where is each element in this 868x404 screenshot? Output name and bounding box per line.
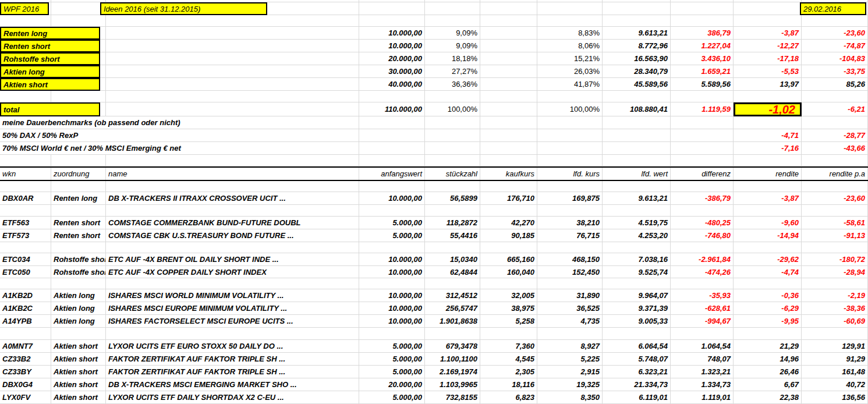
position-rendite-pa[interactable]: -180,72 — [802, 253, 868, 266]
position-differenz[interactable]: -628,61 — [671, 302, 734, 315]
position-zuordnung[interactable]: Renten long — [51, 192, 106, 205]
position-stueckzahl[interactable]: 15,0340 — [425, 253, 480, 266]
position-lfd-kurs[interactable]: 31,890 — [537, 289, 603, 302]
empty-cell[interactable] — [802, 181, 868, 192]
position-anfangswert[interactable]: 10.000,00 — [359, 253, 425, 266]
empty-cell[interactable] — [802, 116, 868, 129]
summary-rendite[interactable]: -5,53 — [734, 65, 802, 78]
empty-cell[interactable] — [671, 242, 734, 253]
empty-cell[interactable] — [425, 142, 480, 155]
summary-plan-pct[interactable]: 100,00% — [425, 102, 480, 116]
position-rendite[interactable]: -9,60 — [734, 217, 802, 229]
position-anfangswert[interactable]: 10.000,00 — [359, 192, 425, 205]
col-header-stueckzahl[interactable]: stückzahl — [425, 168, 480, 180]
empty-cell[interactable] — [603, 2, 671, 15]
empty-cell[interactable] — [106, 102, 359, 116]
position-rendite-pa[interactable]: 161,48 — [802, 366, 868, 378]
position-rendite[interactable]: 6,67 — [734, 378, 802, 391]
position-anfangswert[interactable]: 10.000,00 — [359, 302, 425, 315]
position-lfd-wert[interactable]: 6.064,54 — [603, 340, 671, 353]
position-name[interactable]: COMSTAGE COMMERZBANK BUND-FUTURE DOUBL — [106, 217, 359, 229]
position-kaufkurs[interactable]: 38,975 — [480, 302, 537, 315]
summary-actual-pct[interactable]: 41,87% — [537, 78, 603, 91]
position-wkn[interactable]: A14YPB — [0, 315, 51, 328]
summary-rendite[interactable]: -17,18 — [734, 52, 802, 65]
empty-cell[interactable] — [0, 278, 51, 289]
empty-cell[interactable] — [480, 242, 537, 253]
position-rendite[interactable]: -29,62 — [734, 253, 802, 266]
position-differenz[interactable]: 1.334,73 — [671, 378, 734, 391]
position-name[interactable]: ISHARES MSCI WORLD MINIMUM VOLATILITY ..… — [106, 289, 359, 302]
position-name[interactable]: ETC AUF -4X BRENT OIL DAILY SHORT INDE .… — [106, 253, 359, 266]
col-header-name[interactable]: name — [106, 168, 359, 180]
position-kaufkurs[interactable]: 4,545 — [480, 353, 537, 366]
empty-cell[interactable] — [425, 242, 480, 253]
summary-rendite[interactable]: 13,97 — [734, 78, 802, 91]
position-stueckzahl[interactable]: 1.901,8638 — [425, 315, 480, 328]
position-zuordnung[interactable]: Aktien long — [51, 289, 106, 302]
position-lfd-wert[interactable]: 9.371,39 — [603, 302, 671, 315]
position-wkn[interactable]: A1KB2C — [0, 302, 51, 315]
position-lfd-wert[interactable]: 4.253,20 — [603, 229, 671, 242]
summary-differenz[interactable]: 1.227,04 — [671, 40, 734, 52]
summary-rendite-pa[interactable]: -23,60 — [802, 27, 868, 40]
position-zuordnung[interactable]: Aktien short — [51, 353, 106, 366]
empty-cell[interactable] — [537, 155, 603, 166]
position-kaufkurs[interactable]: 7,360 — [480, 340, 537, 353]
position-name[interactable]: COMSTAGE CBK U.S.TREASURY BOND FUTURE ..… — [106, 229, 359, 242]
position-name[interactable]: DB X-TRACKERS MSCI EMERGING MARKET SHO .… — [106, 378, 359, 391]
position-lfd-wert[interactable]: 9.613,21 — [603, 192, 671, 205]
empty-cell[interactable] — [425, 278, 480, 289]
position-zuordnung[interactable]: Aktien short — [51, 391, 106, 404]
position-wkn[interactable]: ETC034 — [0, 253, 51, 266]
empty-cell[interactable] — [51, 155, 106, 166]
col-header-kaufkurs[interactable]: kaufkurs — [480, 168, 537, 180]
empty-cell[interactable] — [0, 181, 51, 192]
empty-cell[interactable] — [0, 15, 51, 27]
empty-cell[interactable] — [603, 278, 671, 289]
position-rendite[interactable]: 21,29 — [734, 340, 802, 353]
summary-row-label[interactable]: Rohstoffe short — [0, 52, 100, 65]
empty-cell[interactable] — [734, 181, 802, 192]
empty-cell[interactable] — [671, 205, 734, 217]
empty-cell[interactable] — [802, 328, 868, 340]
empty-cell[interactable] — [100, 52, 106, 65]
title-box-date[interactable]: 29.02.2016 — [800, 2, 866, 15]
position-anfangswert[interactable]: 10.000,00 — [359, 315, 425, 328]
empty-cell[interactable] — [671, 142, 734, 155]
position-lfd-wert[interactable]: 9.525,74 — [603, 266, 671, 278]
summary-actual-pct[interactable]: 26,03% — [537, 65, 603, 78]
position-rendite-pa[interactable]: -23,60 — [802, 192, 868, 205]
position-wkn[interactable]: ETC050 — [0, 266, 51, 278]
summary-actual-pct[interactable]: 100,00% — [537, 102, 603, 116]
summary-lfd-wert[interactable]: 8.772,96 — [603, 40, 671, 52]
summary-plan-pct[interactable]: 27,27% — [425, 65, 480, 78]
empty-cell[interactable] — [671, 155, 734, 166]
benchmark-rendite[interactable]: -4,71 — [734, 129, 802, 142]
position-rendite[interactable]: 26,46 — [734, 366, 802, 378]
position-lfd-kurs[interactable]: 4,735 — [537, 315, 603, 328]
benchmark-rendite-pa[interactable]: -28,77 — [802, 129, 868, 142]
summary-rendite-pa[interactable]: -74,87 — [802, 40, 868, 52]
benchmark-label[interactable]: 50% DAX / 50% RexP — [0, 129, 359, 142]
summary-differenz[interactable]: 386,79 — [671, 27, 734, 40]
position-differenz[interactable]: 1.119,01 — [671, 391, 734, 404]
empty-cell[interactable] — [537, 15, 603, 27]
position-rendite[interactable]: -3,87 — [734, 192, 802, 205]
position-rendite-pa[interactable]: 40,72 — [802, 378, 868, 391]
summary-rendite[interactable]: -3,87 — [734, 27, 802, 40]
empty-cell[interactable] — [603, 15, 671, 27]
position-lfd-kurs[interactable]: 152,450 — [537, 266, 603, 278]
empty-cell[interactable] — [359, 116, 425, 129]
col-header-lfd-wert[interactable]: lfd. wert — [603, 168, 671, 180]
empty-cell[interactable] — [425, 155, 480, 166]
empty-cell[interactable] — [734, 278, 802, 289]
col-header-wkn[interactable]: wkn — [0, 168, 51, 180]
empty-cell[interactable] — [100, 65, 106, 78]
empty-cell[interactable] — [480, 142, 537, 155]
empty-cell[interactable] — [802, 91, 868, 102]
position-rendite-pa[interactable]: -2,19 — [802, 289, 868, 302]
empty-cell[interactable] — [603, 91, 671, 102]
position-lfd-wert[interactable]: 6.323,21 — [603, 366, 671, 378]
title-box-wpf[interactable]: WPF 2016 — [0, 2, 49, 15]
